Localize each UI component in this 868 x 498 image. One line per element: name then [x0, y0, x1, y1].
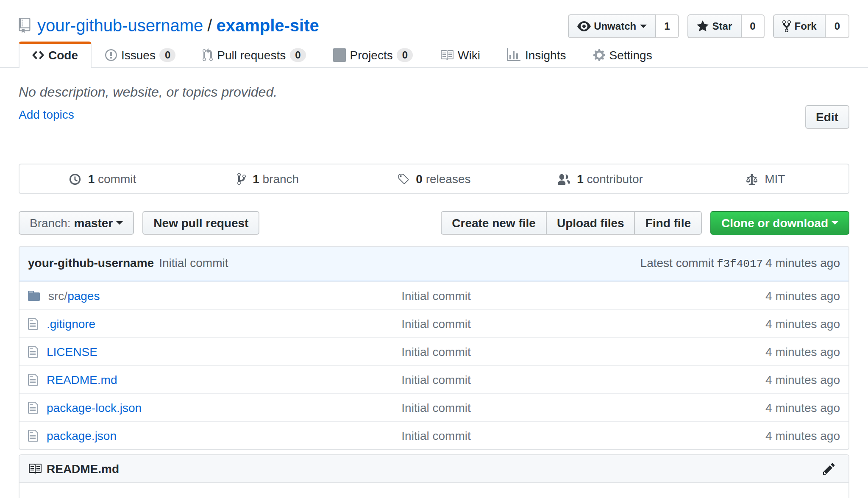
commit-message-link[interactable]: Initial commit: [159, 256, 228, 270]
caret-down-icon: [832, 221, 838, 225]
branch-select-button[interactable]: Branch: master: [19, 211, 134, 235]
find-file-button[interactable]: Find file: [634, 211, 702, 235]
readme-content: [19, 483, 849, 498]
latest-commit-bar: your-github-usernameInitial commit Lates…: [19, 247, 849, 281]
contributors-stat[interactable]: 1 contributor: [517, 164, 683, 193]
branches-stat[interactable]: 1 branch: [185, 164, 351, 193]
repo-forked-icon: [783, 19, 791, 33]
file-row: LICENSE Initial commit 4 minutes ago: [19, 337, 849, 365]
commit-sha-link[interactable]: f3f4017: [717, 258, 763, 270]
releases-stat[interactable]: 0 releases: [351, 164, 517, 193]
people-icon: [556, 173, 570, 186]
pulls-count-badge: 0: [290, 48, 306, 62]
file-link[interactable]: package-lock.json: [47, 401, 142, 415]
row-age: 4 minutes ago: [704, 399, 840, 416]
file-row: src/pages Initial commit 4 minutes ago: [19, 281, 849, 309]
license-stat[interactable]: MIT: [683, 164, 849, 193]
watchers-count[interactable]: 1: [656, 14, 679, 38]
gear-icon: [593, 48, 605, 62]
file-link[interactable]: LICENSE: [47, 345, 97, 359]
readme-header: README.md: [19, 455, 849, 483]
projects-count-badge: 0: [397, 48, 413, 62]
commit-author-link[interactable]: your-github-username: [28, 256, 154, 270]
file-link[interactable]: package.json: [47, 429, 117, 442]
file-link[interactable]: pages: [67, 289, 100, 303]
tab-projects[interactable]: Projects 0: [320, 42, 427, 68]
repo-nav: Code Issues 0 Pull requests 0 Projects 0: [19, 42, 849, 67]
commit-time: 4 minutes ago: [765, 256, 840, 270]
commits-stat[interactable]: 1 commit: [19, 164, 185, 193]
fork-button[interactable]: Fork: [773, 14, 826, 38]
star-button[interactable]: Star: [688, 14, 742, 38]
repo-content: No description, website, or topics provi…: [19, 83, 849, 498]
pencil-icon[interactable]: [823, 462, 835, 476]
repo-name-link[interactable]: example-site: [216, 14, 319, 37]
book-icon: [28, 462, 42, 476]
file-icon: [28, 401, 38, 415]
tab-issues[interactable]: Issues 0: [92, 42, 189, 68]
repo-stats-bar: 1 commit 1 branch 0 releases 1 contribut…: [19, 164, 849, 194]
github-repo-page: your-github-username / example-site Unwa…: [0, 0, 868, 498]
caret-down-icon: [116, 221, 123, 225]
new-pull-request-button[interactable]: New pull request: [142, 211, 259, 235]
law-icon: [746, 173, 758, 186]
file-row: package.json Initial commit 4 minutes ag…: [19, 421, 849, 449]
file-link[interactable]: .gitignore: [47, 317, 95, 331]
tab-wiki[interactable]: Wiki: [426, 42, 494, 68]
file-icon: [28, 373, 38, 387]
graph-icon: [507, 48, 521, 62]
code-icon: [32, 48, 44, 62]
repo-description: No description, website, or topics provi…: [19, 83, 849, 102]
readme-title: README.md: [47, 460, 119, 477]
path-separator: /: [207, 14, 212, 37]
page-header: your-github-username / example-site Unwa…: [0, 0, 868, 68]
eye-icon: [577, 19, 590, 33]
file-icon: [28, 345, 38, 359]
row-commit-message[interactable]: Initial commit: [401, 401, 470, 415]
history-icon: [69, 173, 81, 186]
forks-count[interactable]: 0: [826, 14, 849, 38]
tab-code[interactable]: Code: [19, 42, 92, 68]
caret-down-icon: [640, 25, 646, 28]
directory-prefix[interactable]: src/: [48, 289, 67, 303]
git-pull-request-icon: [203, 48, 213, 62]
stargazers-count[interactable]: 0: [741, 14, 765, 38]
clone-or-download-button[interactable]: Clone or download: [710, 211, 849, 235]
star-icon: [697, 19, 709, 33]
edit-description-button[interactable]: Edit: [805, 105, 849, 129]
row-age: 4 minutes ago: [704, 427, 840, 444]
file-icon: [28, 317, 38, 331]
file-list-box: your-github-usernameInitial commit Lates…: [19, 246, 849, 450]
repo-owner-link[interactable]: your-github-username: [37, 14, 203, 37]
row-age: 4 minutes ago: [704, 315, 840, 332]
readme-section: README.md: [19, 454, 849, 498]
about-section: No description, website, or topics provi…: [19, 83, 849, 123]
tag-icon: [397, 173, 409, 186]
row-commit-message[interactable]: Initial commit: [401, 289, 470, 303]
repo-icon: [19, 18, 31, 33]
file-link[interactable]: README.md: [47, 373, 117, 387]
file-icon: [28, 429, 38, 442]
file-row: package-lock.json Initial commit 4 minut…: [19, 393, 849, 421]
tab-settings[interactable]: Settings: [579, 42, 665, 68]
project-icon: [333, 48, 346, 62]
repo-actions: Unwatch 1 Star 0: [559, 14, 849, 38]
file-navigation-toolbar: Branch: master New pull request Create n…: [19, 211, 849, 235]
file-row: README.md Initial commit 4 minutes ago: [19, 365, 849, 393]
tab-insights[interactable]: Insights: [494, 42, 580, 68]
add-topics-link[interactable]: Add topics: [19, 106, 74, 123]
tab-pull-requests[interactable]: Pull requests 0: [189, 42, 319, 68]
row-age: 4 minutes ago: [704, 343, 840, 360]
issue-opened-icon: [105, 48, 117, 62]
unwatch-button[interactable]: Unwatch: [568, 14, 656, 38]
row-commit-message[interactable]: Initial commit: [401, 373, 470, 387]
row-commit-message[interactable]: Initial commit: [401, 345, 470, 359]
create-new-file-button[interactable]: Create new file: [441, 211, 546, 235]
book-icon: [440, 48, 453, 62]
current-branch: master: [74, 214, 113, 231]
row-commit-message[interactable]: Initial commit: [401, 317, 470, 331]
row-age: 4 minutes ago: [704, 371, 840, 388]
folder-icon: [28, 289, 40, 303]
row-commit-message[interactable]: Initial commit: [401, 429, 470, 442]
upload-files-button[interactable]: Upload files: [546, 211, 634, 235]
